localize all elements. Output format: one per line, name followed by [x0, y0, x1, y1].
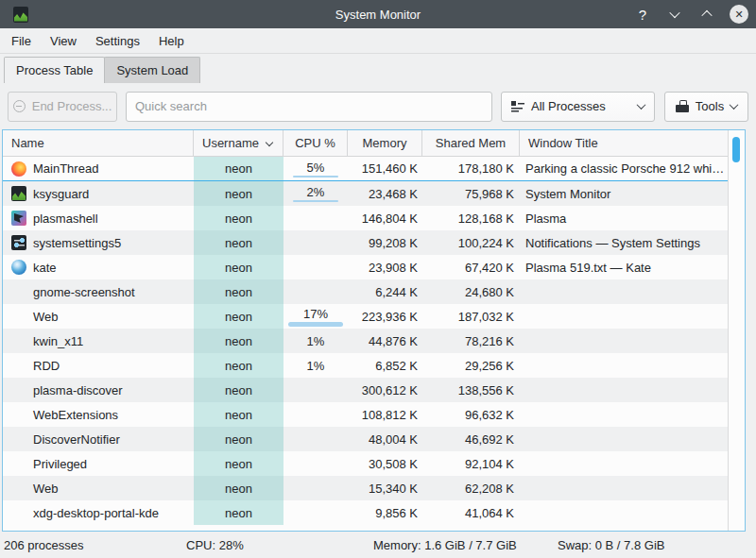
cell-username: neon — [194, 157, 284, 180]
column-header-username-label: Username — [202, 136, 259, 150]
table-row[interactable]: Web neon 15,340 K 62,208 K — [3, 476, 728, 500]
cell-cpu: 1% — [284, 353, 348, 378]
cell-memory: 15,340 K — [348, 476, 422, 500]
column-header-shared-mem[interactable]: Shared Mem — [422, 130, 520, 156]
cell-username: neon — [194, 427, 284, 451]
process-name: RDD — [33, 359, 60, 373]
table-row[interactable]: DiscoverNotifier neon 48,004 K 46,692 K — [3, 427, 728, 451]
table-header: Name Username CPU % Memory Shared Mem Wi… — [3, 130, 728, 157]
cpu-value: 17% — [303, 307, 328, 321]
cell-username: neon — [194, 329, 284, 353]
chevron-down-icon — [730, 100, 739, 110]
cell-username: neon — [194, 476, 284, 500]
table-row[interactable]: MainThread neon 5% 151,460 K 178,180 K P… — [3, 157, 728, 181]
menu-file[interactable]: File — [2, 28, 41, 53]
cell-username: neon — [194, 451, 284, 476]
cell-username: neon — [194, 279, 284, 304]
table-row[interactable]: xdg-desktop-portal-kde neon 9,856 K 41,0… — [3, 500, 728, 525]
cell-name: Web — [3, 304, 194, 329]
cell-cpu: 17% — [284, 304, 348, 329]
process-name: MainThread — [33, 161, 98, 176]
table-row[interactable]: kate neon 23,908 K 67,420 K Plasma 519.t… — [3, 255, 728, 279]
tools-button[interactable]: Tools — [664, 92, 748, 122]
cell-shared-mem: 78,216 K — [422, 329, 520, 353]
cell-username: neon — [194, 353, 284, 378]
process-name: kwin_x11 — [33, 334, 83, 348]
table-row[interactable]: RDD neon 1% 6,852 K 29,256 K — [3, 353, 728, 378]
column-header-window-title[interactable]: Window Title — [520, 130, 728, 156]
ksysguard-icon — [11, 186, 26, 201]
cell-window-title — [520, 329, 728, 353]
cell-cpu — [284, 230, 348, 255]
cell-memory: 108,812 K — [348, 402, 422, 427]
chevron-down-icon — [637, 100, 646, 110]
end-process-button[interactable]: End Process... — [8, 92, 117, 122]
statusbar: 206 processes CPU: 28% Memory: 1.6 GiB /… — [0, 532, 756, 558]
cell-shared-mem: 46,692 K — [422, 427, 520, 451]
process-name: Privileged — [33, 457, 87, 471]
cell-memory: 23,468 K — [348, 181, 422, 206]
cell-name: systemsettings5 — [3, 230, 194, 255]
cell-window-title: Parking a classic Porsche 912 whi… — [520, 157, 728, 180]
cell-username: neon — [194, 402, 284, 427]
menu-settings[interactable]: Settings — [86, 28, 149, 53]
menu-help[interactable]: Help — [149, 28, 194, 53]
toolbox-icon — [676, 100, 689, 112]
maximize-button[interactable] — [697, 5, 716, 24]
cell-name: plasmashell — [3, 206, 194, 230]
process-name: Web — [33, 482, 59, 496]
status-process-count: 206 processes — [4, 538, 84, 552]
cell-username: neon — [194, 230, 284, 255]
process-table: Name Username CPU % Memory Shared Mem Wi… — [2, 129, 746, 532]
cell-cpu: 1% — [284, 329, 348, 353]
minimize-button[interactable] — [665, 5, 684, 24]
help-icon: ? — [639, 7, 646, 23]
cell-name: gnome-screenshot — [3, 279, 194, 304]
cell-name: Web — [3, 476, 194, 500]
menu-view[interactable]: View — [41, 28, 86, 53]
table-row[interactable]: WebExtensions neon 108,812 K 96,632 K — [3, 402, 728, 427]
cpu-value: 2% — [307, 185, 325, 199]
table-row[interactable]: plasmashell neon 146,804 K 128,168 K Pla… — [3, 206, 728, 230]
cell-name: xdg-desktop-portal-kde — [3, 500, 194, 525]
close-button[interactable]: ✕ — [730, 5, 748, 24]
process-filter-dropdown[interactable]: All Processes — [501, 92, 655, 122]
cell-username: neon — [194, 255, 284, 279]
scrollbar-thumb[interactable] — [732, 137, 740, 162]
process-name: kate — [33, 261, 57, 275]
vertical-scrollbar[interactable] — [728, 130, 745, 531]
cell-shared-mem: 187,032 K — [422, 304, 520, 329]
table-row[interactable]: Privileged neon 30,508 K 92,104 K — [3, 451, 728, 476]
search-input[interactable] — [126, 92, 492, 122]
kate-icon — [11, 260, 26, 275]
cell-cpu — [284, 206, 348, 230]
cell-name: plasma-discover — [3, 378, 194, 402]
cell-cpu — [284, 402, 348, 427]
cell-cpu — [284, 255, 348, 279]
cell-shared-mem: 62,208 K — [422, 476, 520, 500]
column-header-username[interactable]: Username — [194, 130, 284, 156]
table-row[interactable]: ksysguard neon 2% 23,468 K 75,968 K Syst… — [3, 181, 728, 206]
cell-memory: 23,908 K — [348, 255, 422, 279]
column-header-name[interactable]: Name — [3, 130, 194, 156]
close-icon: ✕ — [730, 5, 748, 24]
status-swap: Swap: 0 B / 7.8 GiB — [558, 538, 664, 552]
table-row[interactable]: Web neon 17% 223,936 K 187,032 K — [3, 304, 728, 329]
cell-username: neon — [194, 304, 284, 329]
tab-system-load[interactable]: System Load — [104, 57, 200, 83]
column-header-cpu[interactable]: CPU % — [284, 130, 348, 156]
table-row[interactable]: kwin_x11 neon 1% 44,876 K 78,216 K — [3, 329, 728, 353]
column-header-memory[interactable]: Memory — [348, 130, 422, 156]
chevron-up-icon — [701, 10, 712, 21]
cell-cpu — [284, 476, 348, 500]
cell-name: kate — [3, 255, 194, 279]
tab-process-table[interactable]: Process Table — [4, 57, 105, 83]
table-row[interactable]: gnome-screenshot neon 6,244 K 24,680 K — [3, 279, 728, 304]
process-name: WebExtensions — [33, 408, 118, 422]
cell-cpu — [284, 500, 348, 525]
table-row[interactable]: plasma-discover neon 300,612 K 138,556 K — [3, 378, 728, 402]
cell-shared-mem: 24,680 K — [422, 279, 520, 304]
table-row[interactable]: systemsettings5 neon 99,208 K 100,224 K … — [3, 230, 728, 255]
help-button[interactable]: ? — [633, 5, 652, 24]
cell-window-title: Plasma 519.txt — Kate — [520, 255, 728, 279]
